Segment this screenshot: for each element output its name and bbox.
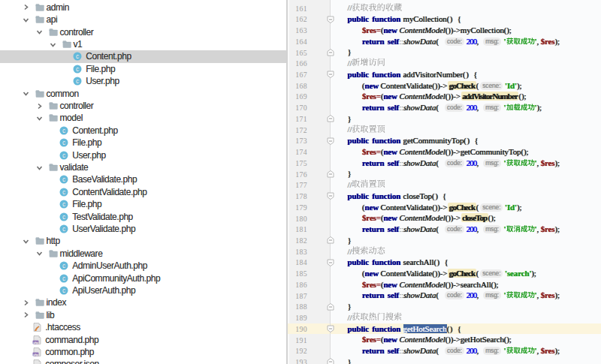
svg-text:php: php: [33, 340, 38, 344]
svg-text:php: php: [33, 353, 38, 356]
